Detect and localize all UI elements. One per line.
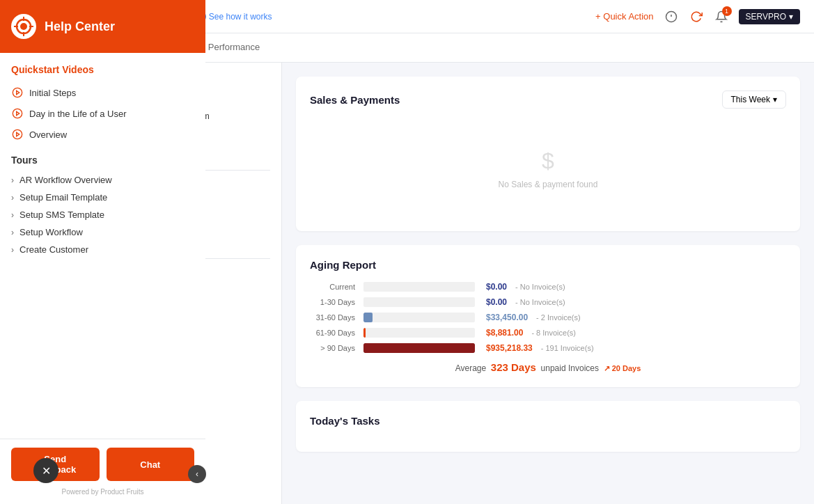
collapse-help-center-button[interactable]: ‹ xyxy=(188,465,206,483)
play-circle-icon-2 xyxy=(11,107,24,120)
right-panel: Sales & Payments This Week ▾ $ No Sales … xyxy=(282,63,814,504)
tour-item-setup-sms-template[interactable]: › Setup SMS Template xyxy=(11,206,194,223)
quickstart-item-day-in-life[interactable]: Day in the Life of a User xyxy=(11,103,194,124)
svg-marker-22 xyxy=(17,90,19,94)
aging-row-31-60: 31-60 Days $33,450.00 - 2 Invoice(s) xyxy=(310,313,786,322)
help-center-body: Quickstart Videos Initial Steps Day in t… xyxy=(0,53,205,439)
quickstart-item-initial-steps[interactable]: Initial Steps xyxy=(11,82,194,103)
tour-item-create-customer[interactable]: › Create Customer xyxy=(11,241,194,258)
notifications-bell[interactable]: 1 xyxy=(714,9,729,24)
close-help-center-button[interactable]: ✕ xyxy=(33,458,58,483)
see-how-it-works-link[interactable]: ▶ See how it works xyxy=(195,11,272,22)
sales-card-header: Sales & Payments This Week ▾ xyxy=(310,90,786,109)
aging-average-row: Average 323 Days unpaid Invoices ↗ 20 Da… xyxy=(310,361,786,373)
chevron-right-icon-5: › xyxy=(11,245,14,255)
chevron-right-icon: › xyxy=(11,175,14,185)
svg-marker-26 xyxy=(17,132,19,136)
aging-row-61-90: 61-90 Days $8,881.00 - 8 Invoice(s) xyxy=(310,328,786,338)
main-content: Overview AR Performance Total Due $977,5… xyxy=(108,33,814,504)
no-sales-data: $ No Sales & payment found xyxy=(310,120,786,217)
sales-card-title: Sales & Payments xyxy=(310,94,400,106)
chevron-right-icon-2: › xyxy=(11,193,14,203)
info-icon[interactable] xyxy=(664,9,679,24)
header-right: + Quick Action 1 SERVPRO ▾ xyxy=(595,9,800,24)
svg-point-23 xyxy=(13,109,22,118)
play-circle-icon xyxy=(11,86,24,99)
aging-row-90plus: > 90 Days $935,218.33 - 191 Invoice(s) xyxy=(310,343,786,353)
tour-item-setup-workflow[interactable]: › Setup Workflow xyxy=(11,223,194,241)
tour-item-ar-workflow-overview[interactable]: › AR Workflow Overview xyxy=(11,171,194,189)
aging-trend: ↗ 20 Days xyxy=(604,364,641,372)
help-center-icon xyxy=(11,14,36,39)
aging-card-header: Aging Report xyxy=(310,259,786,271)
aging-card-title: Aging Report xyxy=(310,259,376,271)
quickstart-section-title: Quickstart Videos xyxy=(11,64,194,75)
aging-rows: Current $0.00 - No Invoice(s) 1-30 Days xyxy=(310,282,786,353)
chevron-right-icon-3: › xyxy=(11,210,14,220)
this-week-filter-button[interactable]: This Week ▾ xyxy=(722,90,786,109)
help-center-title: Help Center xyxy=(45,19,115,34)
svg-point-16 xyxy=(20,23,27,30)
quick-action-button[interactable]: + Quick Action xyxy=(595,11,653,22)
help-center-overlay: Help Center Quickstart Videos Initial St… xyxy=(0,0,205,504)
aging-report-card: Aging Report Current $0.00 - No Invoice(… xyxy=(296,245,800,387)
user-menu-button[interactable]: SERVPRO ▾ xyxy=(739,9,800,24)
notification-badge: 1 xyxy=(722,6,732,16)
svg-point-21 xyxy=(13,88,22,97)
header: Dashboard ▶ See how it works + Quick Act… xyxy=(108,0,814,33)
powered-by-label: Powered by Product Fruits xyxy=(11,488,194,496)
refresh-icon[interactable] xyxy=(689,9,704,24)
todays-tasks-card: Today's Tasks xyxy=(296,401,800,452)
chat-button[interactable]: Chat xyxy=(107,448,195,481)
aging-row-1-30: 1-30 Days $0.00 - No Invoice(s) xyxy=(310,297,786,307)
aging-avg-days: 323 Days xyxy=(491,361,536,373)
dollar-icon: $ xyxy=(542,148,554,174)
chevron-right-icon-4: › xyxy=(11,228,14,237)
help-center-footer: Send Feedback Chat Powered by Product Fr… xyxy=(0,439,205,504)
svg-marker-24 xyxy=(17,111,19,115)
tasks-card-title: Today's Tasks xyxy=(310,415,380,427)
content-area: Total Due $977,549.33 ↗ 0% 201 Invoices … xyxy=(108,63,814,504)
help-center-header: Help Center xyxy=(0,0,205,53)
no-sales-text: No Sales & payment found xyxy=(499,180,598,189)
svg-point-25 xyxy=(13,129,22,139)
sales-payments-card: Sales & Payments This Week ▾ $ No Sales … xyxy=(296,77,800,231)
tours-section-title: Tours xyxy=(11,155,194,166)
aging-row-current: Current $0.00 - No Invoice(s) xyxy=(310,282,786,292)
play-circle-icon-3 xyxy=(11,128,24,141)
quickstart-item-overview[interactable]: Overview xyxy=(11,124,194,145)
tabs-bar: Overview AR Performance xyxy=(108,33,814,63)
tour-item-setup-email-template[interactable]: › Setup Email Template xyxy=(11,189,194,206)
tasks-card-header: Today's Tasks xyxy=(310,415,786,427)
